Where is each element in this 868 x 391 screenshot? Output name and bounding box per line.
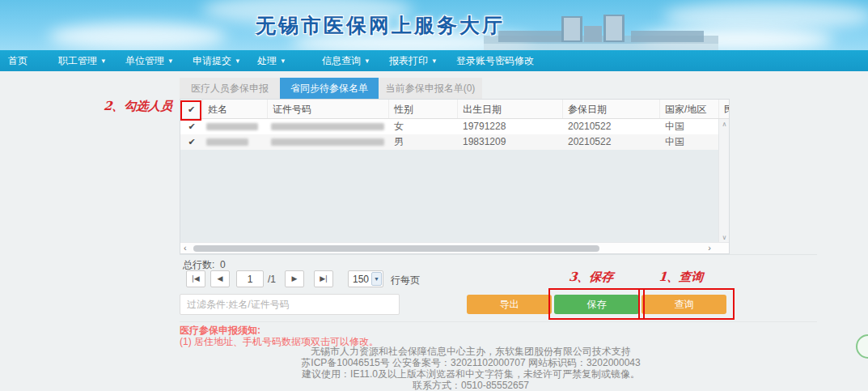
banner: 无锡市医保网上服务大厅: [0, 0, 868, 50]
cell-name-redacted: [203, 134, 268, 150]
tab-current-declare-list[interactable]: 当前参保申报名单(0): [379, 78, 482, 99]
chevron-down-icon: ▼: [280, 57, 286, 65]
cell-enroll-date: 20210522: [563, 134, 660, 150]
cell-country: 中国: [660, 119, 719, 134]
scrollbar-thumb[interactable]: [193, 245, 599, 252]
page: 无锡市医保网上服务大厅 首页 职工管理▼ 单位管理▼ 申请提交▼ 处理▼ 信息查…: [0, 0, 868, 391]
chevron-down-icon: ▼: [364, 57, 370, 65]
select-all-cell: ✔: [180, 100, 203, 119]
cell-id-redacted: [268, 134, 389, 150]
page-number-input[interactable]: [236, 270, 264, 287]
nav-item-home[interactable]: 首页: [8, 50, 28, 71]
next-page-button[interactable]: ▶: [285, 270, 304, 287]
nav-item-account-password[interactable]: 登录账号密码修改: [456, 50, 534, 71]
col-enroll-date[interactable]: 参保日期: [563, 100, 660, 119]
floating-widget-button[interactable]: [856, 334, 868, 359]
nav-item-report-print[interactable]: 报表打印▼: [389, 50, 438, 71]
cloud-decoration: [49, 23, 227, 50]
chevron-down-icon: ▼: [431, 57, 438, 65]
scroll-up-icon[interactable]: ∧: [719, 119, 730, 130]
col-name[interactable]: 姓名: [203, 100, 268, 119]
nav-item-process[interactable]: 处理▼: [257, 50, 286, 71]
row-checkbox[interactable]: ✔: [188, 121, 195, 131]
main-nav: 首页 职工管理▼ 单位管理▼ 申请提交▼ 处理▼ 信息查询▼ 报表打印▼ 登录账…: [0, 50, 868, 71]
export-button[interactable]: 导出: [467, 295, 552, 314]
filter-input[interactable]: [180, 294, 400, 315]
tab-province-sync-pending[interactable]: 省同步待参保名单: [280, 78, 379, 99]
col-birth-date[interactable]: 出生日期: [458, 100, 563, 119]
annotation-step3: 3、保存: [568, 270, 614, 285]
footer-line-contact: 联系方式：0510-85552657: [180, 379, 762, 391]
prev-page-button[interactable]: ◀: [210, 270, 230, 287]
cell-id-redacted: [268, 119, 389, 134]
cell-birth-date: 19791228: [458, 119, 563, 134]
query-button[interactable]: 查询: [641, 295, 726, 314]
cell-birth-date: 19831209: [458, 134, 563, 150]
page-size-select[interactable]: 150 ▼: [348, 270, 383, 287]
annotation-step2: 2、勾选人员: [103, 99, 173, 114]
scroll-right-icon[interactable]: ›: [708, 243, 711, 254]
col-id-number[interactable]: 证件号码: [268, 100, 389, 119]
scroll-left-icon[interactable]: ‹: [184, 243, 187, 254]
vertical-scrollbar[interactable]: ∧ ∨: [718, 119, 729, 244]
table-header: ✔ 姓名 证件号码 性别 出生日期 参保日期 国家/地区 民族: [180, 100, 729, 119]
site-title: 无锡市医保网上服务大厅: [256, 12, 505, 39]
nav-item-apply-submit[interactable]: 申请提交▼: [193, 50, 241, 71]
horizontal-scrollbar[interactable]: ‹ ›: [180, 242, 729, 253]
divider: [180, 321, 817, 322]
col-country[interactable]: 国家/地区: [660, 100, 719, 119]
col-gender[interactable]: 性别: [389, 100, 458, 119]
per-page-label: 行每页: [391, 274, 420, 287]
first-page-button[interactable]: |◀: [186, 270, 205, 287]
buildings-image: [484, 13, 718, 50]
table-row[interactable]: ✔ 男 19831209 20210522 中国: [180, 134, 719, 150]
col-ethnicity-clipped[interactable]: 民族: [719, 100, 729, 119]
page-count-label: /1: [268, 274, 276, 285]
cell-gender: 男: [389, 134, 458, 150]
select-dropdown-icon: ▼: [371, 272, 382, 286]
chevron-down-icon: ▼: [235, 57, 241, 65]
table-row[interactable]: ✔ 女 19791228 20210522 中国: [180, 119, 719, 134]
annotation-step1: 1、查询: [658, 270, 704, 285]
cell-enroll-date: 20210522: [563, 119, 660, 134]
chevron-down-icon: ▼: [167, 57, 174, 65]
save-button[interactable]: 保存: [554, 295, 639, 314]
nav-item-unit-mgmt[interactable]: 单位管理▼: [125, 50, 174, 71]
tab-medical-staff-declare[interactable]: 医疗人员参保申报: [180, 78, 280, 99]
cell-country: 中国: [660, 134, 719, 150]
select-all-checkbox[interactable]: ✔: [188, 104, 195, 114]
divider: [180, 254, 817, 255]
nav-item-info-query[interactable]: 信息查询▼: [322, 50, 370, 71]
cell-name-redacted: [203, 119, 268, 134]
chevron-down-icon: ▼: [100, 57, 107, 65]
cell-gender: 女: [389, 119, 458, 134]
last-page-button[interactable]: ▶|: [314, 270, 333, 287]
page-size-value: 150: [353, 274, 369, 285]
nav-item-employee-mgmt[interactable]: 职工管理▼: [58, 50, 107, 71]
insured-table: ✔ 姓名 证件号码 性别 出生日期 参保日期 国家/地区 民族 ✔ 女 1979…: [180, 99, 730, 254]
row-checkbox[interactable]: ✔: [188, 137, 195, 147]
